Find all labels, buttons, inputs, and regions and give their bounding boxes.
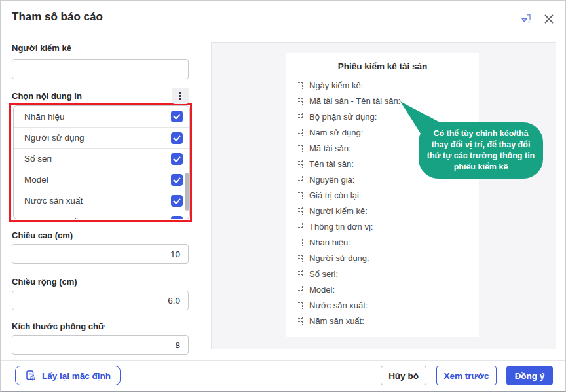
preview-field-label: Người kiểm kê: xyxy=(309,206,368,216)
preview-field-label: Mã tài sản - Tên tài sản: xyxy=(309,96,400,106)
checkbox[interactable] xyxy=(171,195,183,207)
list-item: Số seri xyxy=(14,148,189,169)
drag-handle-icon[interactable] xyxy=(297,191,303,199)
drag-handle-icon[interactable] xyxy=(297,81,303,89)
drag-handle-icon[interactable] xyxy=(297,301,303,309)
preview-field-row: Nhãn hiệu: xyxy=(286,234,479,250)
preview-panel: Phiếu kiểm kê tài sản Ngày kiểm kê: Mã t… xyxy=(211,42,556,349)
reset-default-button[interactable]: Lấy lại mặc định xyxy=(15,366,121,385)
preview-title: Phiếu kiểm kê tài sản xyxy=(286,53,479,71)
preview-field-row: Người sử dụng: xyxy=(286,250,479,266)
font-size-input[interactable] xyxy=(12,335,189,355)
drag-handle-icon[interactable] xyxy=(297,97,303,105)
width-input[interactable] xyxy=(12,291,189,310)
preview-field-label: Năm sản xuất: xyxy=(309,316,364,326)
checkbox[interactable] xyxy=(171,111,183,122)
preview-field-row: Người kiểm kê: xyxy=(286,203,479,219)
report-params-dialog: Tham số báo cáo Người kiểm kê Chọn nội d… xyxy=(0,0,566,392)
preview-field-label: Nhãn hiệu: xyxy=(309,238,350,247)
list-item-label: Model xyxy=(24,175,48,185)
drag-handle-icon[interactable] xyxy=(297,223,303,230)
preview-field-label: Người sử dụng: xyxy=(309,253,369,263)
drag-handle-icon[interactable] xyxy=(297,144,303,152)
close-icon xyxy=(544,14,554,24)
height-input[interactable] xyxy=(12,244,189,264)
kebab-menu-icon[interactable] xyxy=(172,88,189,104)
list-item: Model xyxy=(14,169,189,190)
drag-handle-icon[interactable] xyxy=(297,175,303,183)
drag-handle-icon[interactable] xyxy=(297,270,303,277)
confirm-button[interactable]: Đồng ý xyxy=(506,366,553,385)
close-icon[interactable] xyxy=(542,12,556,26)
preview-field-row: Ngày kiểm kê: xyxy=(286,77,479,93)
print-content-list: Nhãn hiệu Người sử dụng Số seri Model Nư… xyxy=(13,105,190,219)
highlight-box: Nhãn hiệu Người sử dụng Số seri Model Nư… xyxy=(9,103,192,222)
drag-handle-icon[interactable] xyxy=(297,254,303,262)
drag-handle-icon[interactable] xyxy=(297,128,303,136)
list-item: Năm sản xuất xyxy=(14,211,189,219)
checkbox[interactable] xyxy=(171,132,183,144)
checkbox[interactable] xyxy=(171,174,183,186)
preview-field-row: Thông tin đơn vị: xyxy=(286,219,479,234)
page-title: Tham số báo cáo xyxy=(12,10,103,24)
list-item-label: Nhãn hiệu xyxy=(24,112,65,122)
drag-handle-icon[interactable] xyxy=(297,317,303,325)
preview-field-label: Mã tài sản: xyxy=(309,143,351,153)
collapse-dialog-icon xyxy=(520,12,535,26)
collapse-dialog-icon[interactable] xyxy=(520,12,535,26)
cancel-button[interactable]: Hủy bỏ xyxy=(381,366,426,385)
list-item: Nhãn hiệu xyxy=(14,106,189,127)
window-controls xyxy=(520,12,556,26)
preview-field-label: Giá trị còn lại: xyxy=(309,190,361,200)
checkbox[interactable] xyxy=(171,153,183,165)
preview-field-row: Số seri: xyxy=(286,266,479,281)
checkbox[interactable] xyxy=(171,216,183,220)
preview-field-row: Model: xyxy=(286,281,479,297)
drag-handle-icon[interactable] xyxy=(297,238,303,246)
inspector-input[interactable] xyxy=(12,59,189,79)
preview-field-label: Nguyên giá: xyxy=(309,175,354,185)
preview-button[interactable]: Xem trước xyxy=(436,366,497,385)
tooltip-bubble: Có thể tùy chỉnh kéo/thả thay đổi vị trí… xyxy=(419,122,543,179)
inspector-label: Người kiểm kê xyxy=(12,43,71,53)
preview-field-label: Số seri: xyxy=(309,269,338,279)
preview-field-label: Thông tin đơn vị: xyxy=(309,222,373,232)
preview-field-label: Bộ phận sử dụng: xyxy=(309,112,377,122)
parameters-form: Người kiểm kê Chọn nội dung in Nhãn hiệu… xyxy=(12,42,189,355)
list-scrollbar[interactable] xyxy=(185,173,189,211)
drag-handle-icon[interactable] xyxy=(297,160,303,168)
preview-field-label: Năm sử dụng: xyxy=(309,128,363,137)
drag-handle-icon[interactable] xyxy=(297,285,303,293)
reset-refresh-icon xyxy=(25,370,37,382)
list-item: Người sử dụng xyxy=(14,127,189,148)
footer: Lấy lại mặc định Hủy bỏ Xem trước Đồng ý xyxy=(1,360,565,391)
preview-field-label: Model: xyxy=(309,285,335,294)
preview-field-label: Ngày kiểm kê: xyxy=(309,80,363,90)
list-item-label: Người sử dụng xyxy=(24,133,84,143)
preview-card: Phiếu kiểm kê tài sản Ngày kiểm kê: Mã t… xyxy=(286,53,479,337)
preview-field-row: Năm sản xuất: xyxy=(286,313,479,329)
list-item-label: Số seri xyxy=(24,154,52,164)
list-item: Nước sản xuất xyxy=(14,190,189,211)
preview-field-row: Giá trị còn lại: xyxy=(286,187,479,203)
list-item-label: Nước sản xuất xyxy=(24,196,83,205)
list-item-label: Năm sản xuất xyxy=(24,217,79,219)
drag-handle-icon[interactable] xyxy=(297,207,303,215)
font-size-label: Kích thước phông chữ xyxy=(12,321,189,331)
preview-field-row: Nước sản xuất: xyxy=(286,297,479,313)
width-label: Chiều rộng (cm) xyxy=(12,277,189,287)
preview-field-label: Nước sản xuất: xyxy=(309,300,368,310)
reset-default-label: Lấy lại mặc định xyxy=(42,371,111,381)
preview-field-label: Tên tài sản: xyxy=(309,159,354,169)
print-content-label: Chọn nội dung in xyxy=(12,91,82,101)
drag-handle-icon[interactable] xyxy=(297,113,303,120)
height-label: Chiều cao (cm) xyxy=(12,230,189,240)
